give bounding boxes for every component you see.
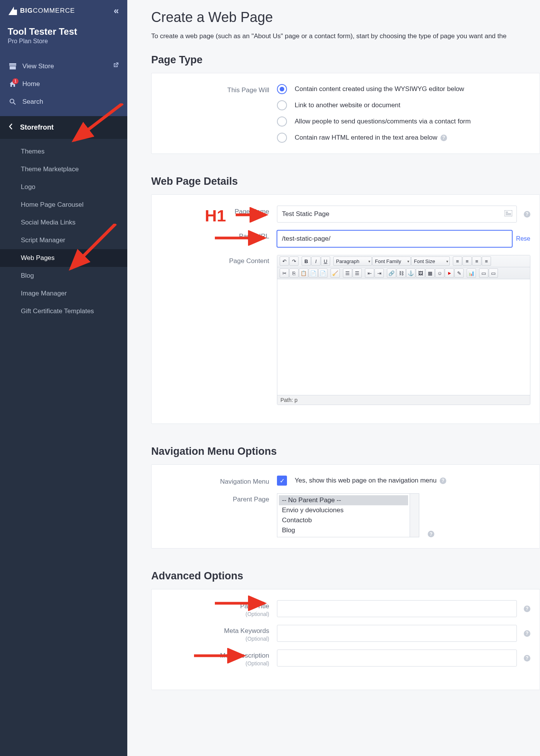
navmenu-label: Navigation Menu (152, 476, 277, 486)
page-name-input[interactable] (277, 206, 517, 223)
sidebar-item-gift-certificate-templates[interactable]: Gift Certificate Templates (0, 302, 127, 320)
tb-image[interactable]: 🖼 (416, 268, 425, 278)
editor-path: Path: p (277, 395, 530, 405)
navmenu-checkbox[interactable]: ✓ (277, 476, 287, 486)
sidebar-item-theme-marketplace[interactable]: Theme Marketplace (0, 160, 127, 178)
sidebar-item-image-manager[interactable]: Image Manager (0, 285, 127, 302)
tb-paragraph-select[interactable]: Paragraph (333, 256, 372, 266)
page-type-radio-label: Link to another website or document (295, 101, 400, 109)
nav-view-store[interactable]: View Store (0, 57, 127, 75)
tb-undo[interactable]: ↶ (280, 256, 289, 266)
tb-unlink[interactable]: ⛓ (397, 268, 406, 278)
sub-nav: ThemesTheme MarketplaceLogoHome Page Car… (0, 139, 127, 324)
tb-align-left[interactable]: ≡ (453, 256, 462, 266)
page-url-input[interactable] (277, 230, 512, 247)
annotation-h1-label: H1 (205, 206, 226, 225)
page-content-label: Page Content (152, 255, 277, 265)
page-title-input[interactable] (277, 600, 517, 617)
tb-emoji[interactable]: ☺ (435, 268, 444, 278)
store-plan: Pro Plan Store (8, 38, 120, 45)
page-type-radio-2[interactable] (277, 116, 287, 127)
search-icon (8, 98, 17, 105)
tb-anchor[interactable]: ⚓ (406, 268, 415, 278)
tb-edit[interactable]: ✎ (454, 268, 464, 278)
tb-fontfamily-select[interactable]: Font Family (372, 256, 411, 266)
tb-ul[interactable]: ☰ (343, 268, 352, 278)
annotation-arrow-page-url (215, 230, 269, 246)
tb-outdent[interactable]: ⇤ (365, 268, 374, 278)
help-icon[interactable]: ? (524, 630, 530, 637)
tb-cut[interactable]: ✂ (280, 268, 289, 278)
help-icon[interactable]: ? (524, 211, 530, 218)
help-icon[interactable]: ? (440, 478, 446, 484)
page-type-heading: Page Type (151, 54, 540, 66)
sidebar-item-web-pages[interactable]: Web Pages (0, 249, 127, 267)
help-icon[interactable]: ? (524, 606, 530, 612)
meta-keywords-input[interactable] (277, 625, 517, 642)
wysiwyg-editor: ↶ ↷ B I U Paragraph Font Family Font Siz… (277, 255, 530, 405)
sidebar-item-script-manager[interactable]: Script Manager (0, 231, 127, 249)
parent-page-option[interactable]: -- No Parent Page -- (279, 495, 408, 505)
page-title: Create a Web Page (151, 9, 540, 25)
tb-ol[interactable]: ☰ (353, 268, 362, 278)
details-heading: Web Page Details (151, 176, 540, 187)
tb-link[interactable]: 🔗 (387, 268, 396, 278)
page-type-radio-label: Allow people to send questions/comments … (295, 118, 471, 125)
tb-underline[interactable]: U (321, 256, 330, 266)
tb-paste-text[interactable]: 📄 (309, 268, 318, 278)
help-icon[interactable]: ? (440, 135, 447, 141)
store-name: Tool Tester Test (8, 26, 120, 37)
section-label: Storefront (20, 123, 54, 132)
tb-align-justify[interactable]: ≡ (482, 256, 491, 266)
collapse-sidebar-button[interactable]: « (114, 5, 119, 16)
scrollbar[interactable] (410, 493, 419, 537)
tb-clear[interactable]: 🧹 (331, 268, 340, 278)
tb-redo[interactable]: ↷ (289, 256, 299, 266)
tb-paste[interactable]: 📋 (299, 268, 308, 278)
page-intro: To create a web page (such as an "About … (151, 32, 540, 40)
editor-toolbar: ↶ ↷ B I U Paragraph Font Family Font Siz… (277, 255, 530, 279)
page-type-radio-0[interactable] (277, 84, 287, 94)
parent-page-select[interactable]: -- No Parent Page --Envio y devoluciones… (277, 493, 410, 537)
parent-page-option[interactable]: Blog (279, 525, 408, 535)
tb-cell-merge[interactable]: ▭ (489, 268, 498, 278)
help-icon[interactable]: ? (428, 531, 434, 537)
tb-indent[interactable]: ⇥ (375, 268, 384, 278)
tb-copy[interactable]: ⎘ (289, 268, 299, 278)
tb-chart[interactable]: 📊 (467, 268, 476, 278)
tb-paste-word[interactable]: 📄 (318, 268, 327, 278)
page-type-radio-3[interactable] (277, 133, 287, 143)
tb-fontsize-select[interactable]: Font Size (411, 256, 450, 266)
chevron-left-icon (8, 123, 13, 132)
tb-align-right[interactable]: ≡ (472, 256, 481, 266)
page-type-panel: This Page Will Contain content created u… (151, 73, 540, 154)
tb-cell-split[interactable]: ▭ (479, 268, 488, 278)
sidebar-item-logo[interactable]: Logo (0, 178, 127, 196)
sidebar-item-social-media-links[interactable]: Social Media Links (0, 214, 127, 231)
section-storefront[interactable]: Storefront (0, 116, 127, 139)
navmenu-panel: Navigation Menu ✓ Yes, show this web pag… (151, 464, 540, 548)
parent-page-option[interactable]: Contactob (279, 515, 408, 525)
tb-bold[interactable]: B (302, 256, 311, 266)
advanced-heading: Advanced Options (151, 570, 540, 582)
sidebar-item-blog[interactable]: Blog (0, 267, 127, 285)
help-icon[interactable]: ? (524, 655, 530, 662)
reset-link[interactable]: Rese (516, 235, 530, 242)
editor-body[interactable] (277, 279, 530, 395)
page-type-radio-1[interactable] (277, 100, 287, 110)
tb-align-center[interactable]: ≡ (462, 256, 472, 266)
tb-youtube[interactable]: ▶ (445, 268, 454, 278)
meta-description-input[interactable] (277, 650, 517, 667)
sidebar-item-themes[interactable]: Themes (0, 143, 127, 160)
nav-search[interactable]: Search (0, 93, 127, 111)
tb-table[interactable]: ▦ (425, 268, 435, 278)
svg-rect-2 (506, 212, 508, 213)
parent-page-option[interactable]: Envio y devoluciones (279, 505, 408, 515)
external-link-icon (113, 62, 119, 70)
tb-italic[interactable]: I (311, 256, 321, 266)
page-type-radio-label: Contain raw HTML entered in the text are… (295, 134, 437, 142)
nav-home[interactable]: 1 Home (0, 75, 127, 93)
sidebar-item-home-page-carousel[interactable]: Home Page Carousel (0, 196, 127, 214)
advanced-panel: Page Title (Optional) ? Meta Keywords (O… (151, 589, 540, 690)
card-icon (505, 210, 512, 218)
